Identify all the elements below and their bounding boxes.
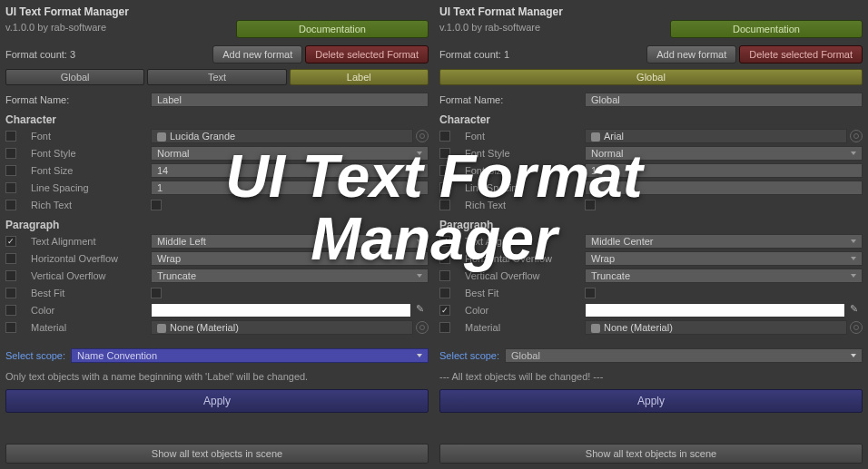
tab-text[interactable]: Text — [147, 69, 286, 85]
show-all-button[interactable]: Show all text objects in scene — [5, 444, 429, 464]
best-fit-checkbox[interactable] — [5, 288, 16, 298]
best-fit-checkbox[interactable] — [439, 288, 450, 298]
material-picker-icon[interactable] — [416, 321, 429, 334]
font-asset-icon — [591, 132, 600, 142]
color-checkbox[interactable] — [439, 305, 450, 316]
show-all-button[interactable]: Show all text objects in scene — [439, 444, 863, 464]
eyedropper-icon[interactable] — [848, 303, 863, 318]
rich-text-toggle[interactable] — [585, 200, 596, 210]
font-field[interactable]: Lucida Grande — [151, 129, 413, 143]
material-field[interactable]: None (Material) — [585, 320, 847, 335]
line-spacing-input[interactable]: 1 — [585, 181, 863, 195]
section-character: Character — [439, 113, 863, 126]
rich-text-label: Rich Text — [458, 200, 585, 210]
add-format-button[interactable]: Add new format — [212, 45, 302, 64]
format-name-input[interactable]: Label — [151, 93, 429, 107]
text-align-dropdown[interactable]: Middle Center — [585, 234, 863, 249]
h-overflow-checkbox[interactable] — [439, 253, 450, 264]
v-overflow-checkbox[interactable] — [439, 270, 450, 281]
format-name-input[interactable]: Global — [585, 93, 863, 107]
panel-title: UI Text Format Manager — [439, 5, 563, 18]
apply-button[interactable]: Apply — [439, 389, 863, 413]
tab-global[interactable]: Global — [5, 69, 144, 85]
font-label: Font — [458, 131, 585, 142]
scope-dropdown[interactable]: Global — [505, 348, 863, 363]
text-align-checkbox[interactable] — [439, 236, 450, 247]
left-panel: UI Text Format Manager v.1.0.0 by rab-so… — [0, 0, 434, 469]
font-style-dropdown[interactable]: Normal — [151, 146, 429, 161]
font-style-label: Font Style — [24, 148, 151, 159]
font-field[interactable]: Arial — [585, 129, 847, 143]
font-size-label: Font Size — [458, 165, 585, 176]
h-overflow-dropdown[interactable]: Wrap — [585, 251, 863, 266]
scope-label: Select scope: — [5, 350, 65, 361]
format-name-label: Format Name: — [439, 94, 585, 105]
font-size-checkbox[interactable] — [439, 165, 450, 176]
font-size-input[interactable]: 14 — [585, 163, 863, 178]
material-asset-icon — [157, 324, 166, 333]
apply-button[interactable]: Apply — [5, 389, 429, 413]
font-size-input[interactable]: 14 — [151, 163, 429, 178]
best-fit-toggle[interactable] — [151, 288, 162, 298]
format-tabs: Global — [439, 69, 863, 85]
documentation-button[interactable]: Documentation — [236, 20, 429, 38]
material-field[interactable]: None (Material) — [151, 320, 413, 335]
documentation-button[interactable]: Documentation — [670, 20, 863, 38]
line-spacing-label: Line Spacing — [458, 182, 585, 193]
line-spacing-label: Line Spacing — [24, 182, 151, 193]
scope-dropdown[interactable]: Name Convention — [71, 348, 429, 363]
color-checkbox[interactable] — [5, 305, 16, 316]
best-fit-toggle[interactable] — [585, 288, 596, 298]
tab-label[interactable]: Label — [290, 69, 429, 85]
font-checkbox[interactable] — [5, 131, 16, 142]
best-fit-label: Best Fit — [458, 288, 585, 298]
rich-text-checkbox[interactable] — [5, 200, 16, 210]
font-size-checkbox[interactable] — [5, 165, 16, 176]
material-checkbox[interactable] — [439, 322, 450, 333]
material-checkbox[interactable] — [5, 322, 16, 333]
h-overflow-label: Horizontal Overflow — [24, 253, 151, 264]
rich-text-label: Rich Text — [24, 200, 151, 210]
delete-format-button[interactable]: Delete selected Format — [305, 45, 429, 64]
font-picker-icon[interactable] — [850, 130, 863, 142]
h-overflow-checkbox[interactable] — [5, 253, 16, 264]
right-panel: UI Text Format Manager v.1.0.0 by rab-so… — [434, 0, 868, 469]
font-style-checkbox[interactable] — [5, 148, 16, 159]
scope-info: --- All text objects will be changed! --… — [439, 371, 863, 382]
font-style-label: Font Style — [458, 148, 585, 159]
format-count: Format count: 1 — [439, 49, 509, 60]
v-overflow-checkbox[interactable] — [5, 270, 16, 281]
material-picker-icon[interactable] — [850, 321, 863, 334]
line-spacing-checkbox[interactable] — [5, 182, 16, 193]
v-overflow-dropdown[interactable]: Truncate — [151, 269, 429, 283]
eyedropper-icon[interactable] — [414, 303, 429, 318]
font-picker-icon[interactable] — [416, 130, 429, 142]
section-paragraph: Paragraph — [5, 219, 429, 231]
text-align-label: Text Alignment — [24, 236, 151, 247]
text-align-checkbox[interactable] — [5, 236, 16, 247]
color-label: Color — [458, 305, 585, 316]
line-spacing-checkbox[interactable] — [439, 182, 450, 193]
line-spacing-input[interactable]: 1 — [151, 181, 429, 195]
version-text: v.1.0.0 by rab-software — [439, 22, 563, 33]
rich-text-checkbox[interactable] — [439, 200, 450, 210]
v-overflow-label: Vertical Overflow — [458, 270, 585, 281]
font-asset-icon — [157, 132, 166, 142]
scope-info: Only text objects with a name beginning … — [5, 371, 429, 382]
delete-format-button[interactable]: Delete selected Format — [739, 45, 863, 64]
color-swatch[interactable] — [585, 303, 845, 318]
tab-global[interactable]: Global — [439, 69, 863, 85]
panel-title: UI Text Format Manager — [5, 5, 129, 18]
add-format-button[interactable]: Add new format — [646, 45, 736, 64]
rich-text-toggle[interactable] — [151, 200, 162, 210]
color-swatch[interactable] — [151, 303, 411, 318]
scope-label: Select scope: — [439, 350, 499, 361]
font-label: Font — [24, 131, 151, 142]
font-style-dropdown[interactable]: Normal — [585, 146, 863, 161]
best-fit-label: Best Fit — [24, 288, 151, 298]
h-overflow-dropdown[interactable]: Wrap — [151, 251, 429, 266]
font-style-checkbox[interactable] — [439, 148, 450, 159]
font-checkbox[interactable] — [439, 131, 450, 142]
text-align-dropdown[interactable]: Middle Left — [151, 234, 429, 249]
v-overflow-dropdown[interactable]: Truncate — [585, 269, 863, 283]
